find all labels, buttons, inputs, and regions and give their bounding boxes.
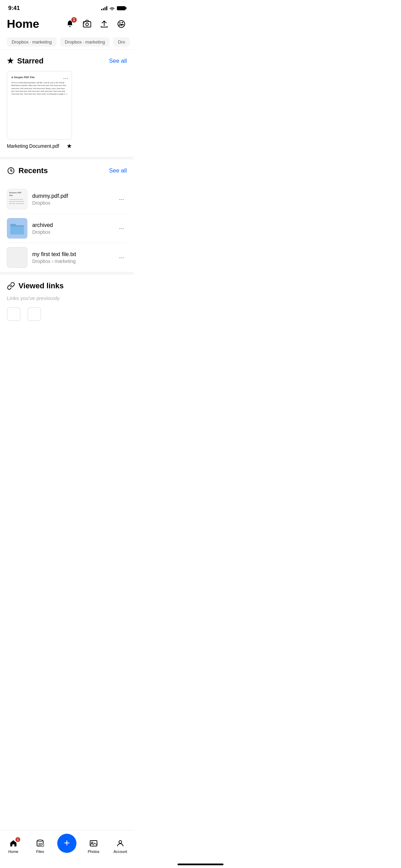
camera-icon	[83, 20, 92, 28]
recents-list: Dummy PDF File Lorem ipsum text here and…	[0, 185, 134, 272]
svg-point-1	[86, 23, 88, 26]
starred-section: ★ Starred See all A Simple PDF File This…	[0, 50, 134, 157]
wifi-icon	[109, 6, 115, 10]
palette-icon	[117, 20, 126, 28]
suggestion-chip[interactable]: Dro	[113, 37, 130, 47]
starred-card-more-button[interactable]: ···	[63, 75, 68, 82]
clock-icon	[7, 167, 15, 175]
recent-item-thumbnail	[7, 247, 27, 268]
upload-button[interactable]	[99, 19, 110, 29]
page-header: Home 1	[0, 14, 134, 35]
recents-section: Recents See all	[0, 159, 134, 185]
recent-item[interactable]: Dummy PDF File Lorem ipsum text here and…	[7, 185, 127, 214]
suggestion-bar: Dropbox · marketing Dropbox · marketing …	[0, 35, 134, 50]
recent-item-location: Dropbox	[32, 200, 111, 206]
starred-card[interactable]: A Simple PDF File This is a small demons…	[7, 71, 72, 150]
notification-badge: 1	[71, 17, 77, 23]
recents-section-header: Recents See all	[7, 166, 127, 175]
status-bar: 9:41	[0, 0, 134, 14]
battery-icon	[117, 6, 125, 10]
svg-rect-0	[83, 22, 91, 27]
suggestion-chip[interactable]: Dropbox · marketing	[60, 37, 110, 47]
starred-file-info: Marketing Document.pdf ★	[7, 142, 72, 150]
recent-item-name: my first text file.txt	[32, 251, 111, 257]
svg-point-8	[119, 22, 121, 24]
viewed-links-subtitle: Links you've previously	[7, 294, 127, 302]
theme-button[interactable]	[116, 19, 127, 29]
svg-point-9	[122, 22, 123, 23]
page-title: Home	[7, 17, 39, 31]
svg-point-10	[122, 24, 124, 25]
recent-item[interactable]: archived Dropbox ···	[7, 214, 127, 243]
folder-icon	[10, 222, 25, 235]
status-time: 9:41	[8, 5, 20, 12]
link-icon	[7, 282, 15, 290]
starred-see-all[interactable]: See all	[109, 58, 127, 64]
recents-title: Recents	[7, 166, 48, 175]
notifications-button[interactable]: 1	[64, 19, 75, 29]
recents-see-all[interactable]: See all	[109, 167, 127, 174]
recent-item-info: archived Dropbox	[32, 222, 111, 235]
starred-file-name: Marketing Document.pdf	[7, 143, 59, 149]
recent-item-location: Dropbox	[32, 229, 111, 235]
section-divider	[0, 157, 134, 159]
recent-item-name: dummy.pdf.pdf	[32, 193, 111, 199]
suggestion-chip[interactable]: Dropbox · marketing	[7, 37, 57, 47]
recent-item-name: archived	[32, 222, 111, 228]
camera-button[interactable]	[82, 19, 93, 29]
starred-scroll: A Simple PDF File This is a small demons…	[7, 71, 127, 153]
signal-bars-icon	[101, 6, 107, 10]
status-icons	[101, 6, 125, 10]
starred-title: ★ Starred	[7, 57, 44, 65]
starred-thumbnail-content: A Simple PDF File This is a small demons…	[7, 71, 72, 99]
svg-point-14	[11, 170, 12, 171]
star-icon: ★	[7, 57, 14, 65]
header-actions: 1	[64, 19, 127, 29]
recent-item-info: dummy.pdf.pdf Dropbox	[32, 193, 111, 206]
section-divider	[0, 272, 134, 275]
viewed-links-icons	[7, 307, 127, 321]
recent-item-thumbnail: Dummy PDF File Lorem ipsum text here and…	[7, 189, 27, 209]
text-file-icon	[14, 247, 21, 268]
recent-item-thumbnail	[7, 218, 27, 239]
recent-item-info: my first text file.txt Dropbox › marketi…	[32, 251, 111, 264]
recent-item-more-button[interactable]: ···	[116, 224, 127, 233]
recent-item[interactable]: my first text file.txt Dropbox › marketi…	[7, 243, 127, 272]
starred-star-icon[interactable]: ★	[66, 142, 72, 150]
starred-thumbnail: A Simple PDF File This is a small demons…	[7, 71, 72, 140]
viewed-links-title: Viewed links	[7, 281, 127, 290]
recent-item-more-button[interactable]: ···	[116, 194, 127, 204]
pdf-thumbnail: Dummy PDF File Lorem ipsum text here and…	[7, 189, 27, 209]
viewed-links-section: Viewed links Links you've previously	[0, 275, 134, 326]
recent-item-location: Dropbox › marketing	[32, 258, 111, 264]
upload-icon	[100, 20, 109, 28]
starred-section-header: ★ Starred See all	[7, 57, 127, 65]
svg-point-11	[119, 24, 120, 26]
recent-item-more-button[interactable]: ···	[116, 253, 127, 263]
